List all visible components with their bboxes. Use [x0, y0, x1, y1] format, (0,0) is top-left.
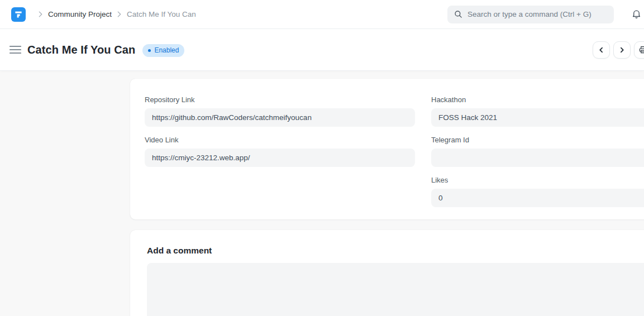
- status-badge: Enabled: [142, 44, 184, 57]
- print-button[interactable]: [634, 41, 644, 59]
- likes-input[interactable]: [431, 189, 644, 207]
- sidebar-toggle-button[interactable]: [9, 45, 22, 55]
- printer-icon: [638, 45, 644, 54]
- repository-link-label: Repository Link: [145, 95, 415, 104]
- status-dot-icon: [148, 49, 151, 52]
- chevron-right-icon: [39, 11, 42, 17]
- page-title: Catch Me If You Can: [27, 44, 135, 56]
- menu-icon: [9, 45, 21, 54]
- prev-document-button[interactable]: [593, 41, 610, 59]
- chevron-right-icon: [618, 46, 626, 54]
- field-video-link: Video Link: [145, 136, 415, 167]
- comment-card: Add a comment: [130, 230, 644, 316]
- header-actions: [593, 41, 644, 59]
- main-content: Repository Link Video Link Hackathon Tel…: [0, 71, 644, 316]
- navbar: Community Project Catch Me If You Can: [0, 0, 644, 29]
- bell-icon: [631, 8, 642, 20]
- hackathon-label: Hackathon: [431, 95, 644, 104]
- next-document-button[interactable]: [613, 41, 631, 59]
- breadcrumb: Community Project Catch Me If You Can: [33, 10, 196, 18]
- form-column-right: Hackathon Telegram Id Likes: [431, 95, 644, 207]
- search-icon: [454, 10, 462, 18]
- breadcrumb-item-current[interactable]: Catch Me If You Can: [127, 10, 196, 18]
- field-likes: Likes: [431, 176, 644, 207]
- page-head: Catch Me If You Can Enabled: [0, 29, 644, 71]
- field-repository-link: Repository Link: [145, 95, 415, 127]
- app-window: { "navbar": { "breadcrumbs": ["Community…: [0, 0, 644, 316]
- form-column-left: Repository Link Video Link: [145, 95, 415, 167]
- likes-label: Likes: [431, 176, 644, 184]
- video-link-input[interactable]: [145, 149, 415, 167]
- search-input[interactable]: [468, 10, 607, 18]
- comment-section-heading: Add a comment: [147, 246, 644, 256]
- breadcrumb-item-parent[interactable]: Community Project: [48, 10, 112, 18]
- hackathon-input[interactable]: [431, 108, 644, 127]
- repository-link-input[interactable]: [145, 108, 415, 127]
- chevron-right-icon: [117, 11, 121, 17]
- app-logo[interactable]: [11, 7, 26, 22]
- video-link-label: Video Link: [145, 136, 415, 144]
- chevron-left-icon: [598, 46, 605, 54]
- field-telegram-id: Telegram Id: [431, 136, 644, 167]
- notifications-button[interactable]: [630, 8, 642, 21]
- search-bar[interactable]: [447, 6, 614, 23]
- telegram-id-input[interactable]: [431, 149, 644, 167]
- field-hackathon: Hackathon: [431, 95, 644, 127]
- comment-input[interactable]: [147, 263, 644, 316]
- frappe-logo-icon: [14, 10, 23, 19]
- form-card: Repository Link Video Link Hackathon Tel…: [130, 79, 644, 219]
- telegram-id-label: Telegram Id: [431, 136, 644, 144]
- status-badge-label: Enabled: [154, 46, 179, 54]
